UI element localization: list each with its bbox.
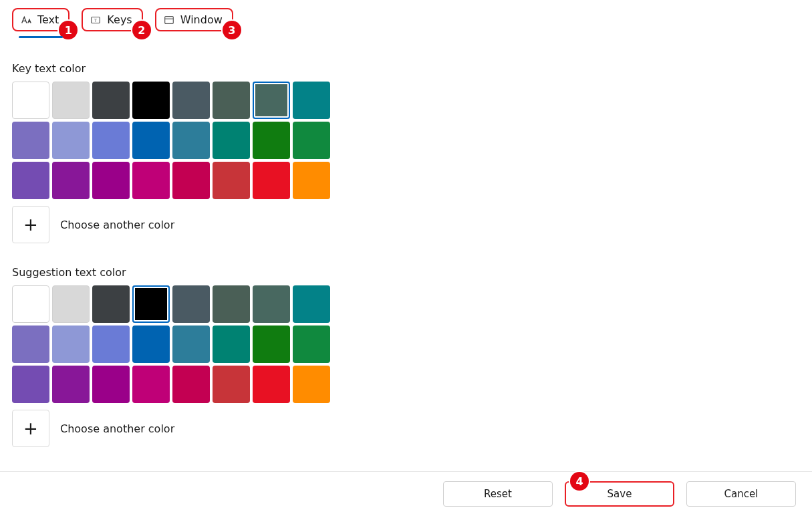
color-swatch[interactable] xyxy=(213,285,250,323)
tabs-row: Text 1 T Keys 2 Window 3 xyxy=(12,8,800,31)
tab-keys[interactable]: T Keys 2 xyxy=(82,8,142,31)
color-swatch[interactable] xyxy=(92,122,130,159)
color-swatch[interactable] xyxy=(92,162,130,199)
annotation-badge-4: 4 xyxy=(570,472,589,491)
reset-button[interactable]: Reset xyxy=(443,481,553,507)
color-swatch[interactable] xyxy=(92,285,130,323)
section-title-suggestion-text: Suggestion text color xyxy=(12,266,800,279)
choose-another-color-button[interactable]: + xyxy=(12,410,49,447)
color-swatch[interactable] xyxy=(172,366,210,403)
color-swatch[interactable] xyxy=(253,326,290,363)
color-swatch[interactable] xyxy=(213,366,250,403)
color-swatch[interactable] xyxy=(132,162,170,199)
color-swatch[interactable] xyxy=(12,122,49,159)
color-swatch[interactable] xyxy=(213,82,250,119)
color-swatch[interactable] xyxy=(12,326,49,363)
cancel-button[interactable]: Cancel xyxy=(686,481,796,507)
tab-window[interactable]: Window 3 xyxy=(155,8,233,31)
color-swatch[interactable] xyxy=(52,162,90,199)
color-swatch[interactable] xyxy=(132,82,170,119)
color-swatch[interactable] xyxy=(92,366,130,403)
color-swatch[interactable] xyxy=(52,122,90,159)
footer-bar: Reset 4 Save Cancel xyxy=(0,471,812,520)
color-swatch[interactable] xyxy=(92,326,130,363)
color-swatch[interactable] xyxy=(293,82,330,119)
svg-rect-2 xyxy=(164,16,173,23)
color-swatch[interactable] xyxy=(293,366,330,403)
section-suggestion-text-color: Suggestion text color + Choose another c… xyxy=(12,266,800,447)
color-grid-key-text xyxy=(12,82,330,199)
color-swatch[interactable] xyxy=(52,285,90,323)
tab-text-label: Text xyxy=(37,13,59,26)
color-swatch[interactable] xyxy=(253,162,290,199)
plus-icon: + xyxy=(23,420,38,437)
annotation-badge-3: 3 xyxy=(223,21,241,39)
annotation-badge-1: 1 xyxy=(59,21,78,39)
color-swatch[interactable] xyxy=(293,326,330,363)
color-swatch[interactable] xyxy=(293,122,330,159)
color-swatch[interactable] xyxy=(132,285,170,323)
cancel-button-label: Cancel xyxy=(724,488,759,500)
color-swatch[interactable] xyxy=(172,82,210,119)
color-swatch[interactable] xyxy=(213,162,250,199)
color-swatch[interactable] xyxy=(253,285,290,323)
color-swatch[interactable] xyxy=(293,285,330,323)
color-swatch[interactable] xyxy=(12,366,49,403)
tab-text[interactable]: Text 1 xyxy=(12,8,70,31)
svg-text:T: T xyxy=(94,17,97,22)
color-swatch[interactable] xyxy=(172,162,210,199)
section-title-key-text: Key text color xyxy=(12,62,800,75)
color-swatch[interactable] xyxy=(52,82,90,119)
keyboard-key-icon: T xyxy=(90,14,102,26)
color-swatch[interactable] xyxy=(132,122,170,159)
color-grid-suggestion-text xyxy=(12,285,330,403)
color-swatch[interactable] xyxy=(253,122,290,159)
choose-another-color-label: Choose another color xyxy=(60,422,174,435)
color-swatch[interactable] xyxy=(172,122,210,159)
color-swatch[interactable] xyxy=(12,82,49,119)
window-icon xyxy=(163,14,175,26)
color-swatch[interactable] xyxy=(132,326,170,363)
color-swatch[interactable] xyxy=(132,366,170,403)
tab-window-label: Window xyxy=(180,13,223,26)
color-swatch[interactable] xyxy=(12,285,49,323)
choose-another-color-button[interactable]: + xyxy=(12,206,49,243)
color-swatch[interactable] xyxy=(253,82,290,119)
color-swatch[interactable] xyxy=(293,162,330,199)
color-swatch[interactable] xyxy=(92,82,130,119)
color-swatch[interactable] xyxy=(213,326,250,363)
choose-another-color-label: Choose another color xyxy=(60,219,174,231)
text-aa-icon xyxy=(20,14,32,26)
save-button[interactable]: 4 Save xyxy=(565,481,674,507)
color-swatch[interactable] xyxy=(213,122,250,159)
section-key-text-color: Key text color + Choose another color xyxy=(12,62,800,243)
reset-button-label: Reset xyxy=(484,488,512,500)
annotation-badge-2: 2 xyxy=(132,21,151,39)
color-swatch[interactable] xyxy=(12,162,49,199)
color-swatch[interactable] xyxy=(52,326,90,363)
color-swatch[interactable] xyxy=(253,366,290,403)
plus-icon: + xyxy=(23,216,38,233)
color-swatch[interactable] xyxy=(172,285,210,323)
color-swatch[interactable] xyxy=(172,326,210,363)
color-swatch[interactable] xyxy=(52,366,90,403)
save-button-label: Save xyxy=(607,488,632,500)
tab-keys-label: Keys xyxy=(107,13,132,26)
